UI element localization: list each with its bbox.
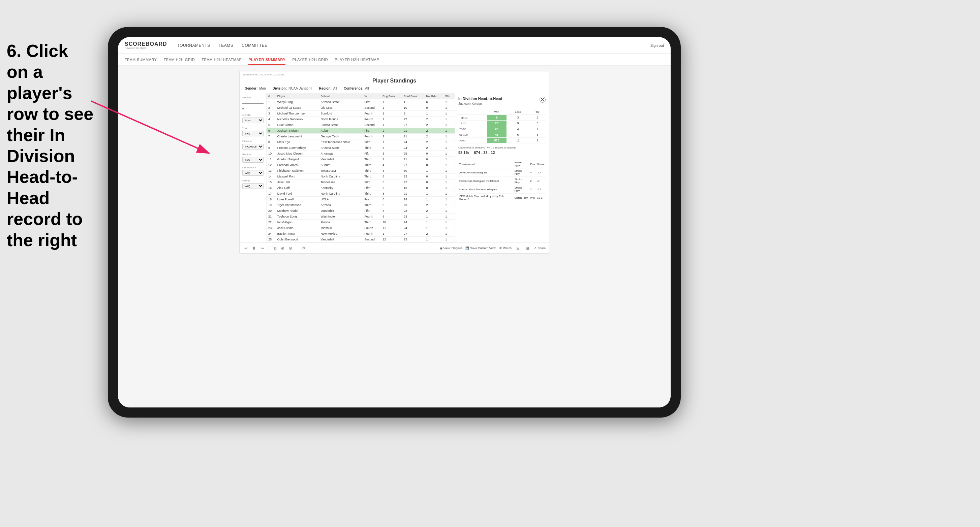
table-row[interactable]: 24 Bastien Amat New Mexico Fourth 1 27 2… [267,231,455,237]
nav-item-teams[interactable]: TEAMS [219,42,234,49]
conference-select[interactable]: (All) [242,170,264,176]
h2h-close-button[interactable]: ✕ [539,97,546,103]
gender-select[interactable]: Men [242,117,264,123]
paste-button[interactable]: ⊕ [280,245,286,251]
table-row[interactable]: 7 Christo Lamprecht Georgia Tech Fourth … [267,134,455,140]
table-row[interactable]: 13 Phichaksn Maichon Texas A&M Third 6 3… [267,168,455,174]
tab-player-h2h-heatmap[interactable]: PLAYER H2H HEATMAP [335,55,379,65]
h2h-table-row: 11-25 20 9 5 [458,121,546,126]
app-header: SCOREBOARD Powered by clippi TOURNAMENTS… [118,37,671,54]
h2h-pct: 98.1% [458,151,469,155]
share-button[interactable]: ↗ Share [534,246,546,250]
year-select[interactable]: (All) [242,131,264,137]
col-event-type: Event Type [513,160,529,168]
table-row[interactable]: 25 Cole Sherwood Vanderbilt Second 12 23… [267,237,455,243]
watch-icon: 👁 [499,246,502,250]
tournament-table: Tournament Event Type Pos Score Amer Ari… [458,160,546,202]
view-icon: ◉ [440,246,442,250]
table-row[interactable]: 21 Taehoon Song Washington Fourth 6 23 1… [267,214,455,219]
copy-button[interactable]: ⧉ [272,245,278,251]
update-time: Update time: 27/03/2024 16:56:26 [240,71,549,76]
save-icon: 💾 [465,246,469,250]
table-row[interactable]: 9 Preston Summerhays Arizona State Third… [267,145,455,151]
tab-team-h2h-grid[interactable]: TEAM H2H GRID [164,55,195,65]
table-row[interactable]: 18 Luke Powell UCLA First 8 24 1 1 [267,197,455,202]
format-button[interactable]: ⊘ [288,245,294,251]
tournament-row: Mirabel Maui Jim Intercollegiate Stroke … [458,185,546,194]
layout-icon-btn[interactable]: ⊞ [524,245,530,251]
table-row[interactable]: 1 Wenyi Ding Arizona State First 1 1 6 1 [267,99,455,105]
division-select[interactable]: NCAA Division I [242,144,264,149]
tab-team-h2h-heatmap[interactable]: TEAM H2H HEATMAP [202,55,242,65]
nav-item-committee[interactable]: COMMITTEE [242,42,267,49]
watch-button[interactable]: 👁 Watch [499,246,512,250]
filter-sidebar-division: Division NCAA Division I [242,140,264,149]
logo-title: SCOREBOARD [125,41,167,47]
sidebar-filters: No Rds. 6 Gender Me [240,93,267,243]
table-row[interactable]: 20 Matthew Riedel Vanderbilt Fifth 8 23 … [267,208,455,214]
col-conf-rank: Conf Rank [402,93,425,99]
player-select[interactable]: (All) [242,183,264,189]
filter-sidebar-region: Region N/A [242,153,264,163]
table-row[interactable]: 15 Jake Hall Tennessee Fifth 8 22 0 1 [267,179,455,185]
filter-sidebar-gender: Gender Men [242,113,264,123]
col-school: School [319,93,363,99]
sign-out-link[interactable]: Sign out [651,43,664,48]
table-row[interactable]: 12 Brendan Valles Auburn Third 4 27 0 1 [267,162,455,168]
h2h-table-row: Top 10 8 3 2 [458,115,546,121]
filter-conference: Conference: All [344,87,369,90]
table-row[interactable]: 11 Gordon Sargent Vanderbilt Third 4 21 … [267,157,455,162]
main-content: Update time: 27/03/2024 16:56:26 Player … [118,66,671,408]
nav-item-tournaments[interactable]: TOURNAMENTS [177,42,210,49]
toolbar-sep-1 [269,246,269,251]
view-original-button[interactable]: ◉ View: Original [440,246,462,250]
col-tournament: Tournament [458,160,513,168]
h2h-col-rank [458,110,487,115]
table-row[interactable]: 17 David Ford North Carolina Third 8 21 … [267,191,455,197]
pause-button[interactable]: ⏸ [251,245,258,251]
tournament-row: SEC Match Play hosted by Jerry Pate Roun… [458,194,546,202]
col-win: Win [444,93,455,99]
table-row[interactable]: 14 Maxwell Ford North Carolina Third 8 2… [267,174,455,179]
refresh-button[interactable]: ↻ [301,245,307,251]
player-standings-table: # Player School Yr Reg Rank Conf Rank No… [267,93,455,243]
h2h-title: In Division Head-to-Head [458,97,502,101]
col-num: # [267,93,276,99]
table-row[interactable]: 22 Ian Gilligan Florida Third 10 24 1 1 [267,219,455,225]
col-pos: Pos [529,160,536,168]
table-row[interactable]: 8 Mats Ege East Tennessee State Fifth 1 … [267,140,455,145]
h2h-col-loss: Loss [506,110,530,115]
table-row[interactable]: 16 Alex Goff Kentucky Fifth 8 19 0 1 [267,185,455,191]
standings-title: Player Standings [240,76,549,87]
table-row[interactable]: 5 Luke Claton Florida State Second 1 27 … [267,122,455,128]
table-area: No Rds. 6 Gender Me [240,93,549,243]
table-row[interactable]: 23 Jack Lundin Missouri Fourth 11 24 1 1 [267,225,455,231]
table-row[interactable]: 6 Jackson Koivun Auburn First 2 21 2 1 [267,128,455,134]
tablet-frame: SCOREBOARD Powered by clippi TOURNAMENTS… [108,27,681,417]
filter-division: Division: NCAA Division I [273,87,312,90]
scoreboard-logo: SCOREBOARD Powered by clippi [125,41,167,49]
tournament-row: Amer Ari Intercollegiate Stroke Play 4 -… [458,168,546,177]
nav-right: Sign out [651,43,664,48]
tab-player-h2h-grid[interactable]: PLAYER H2H GRID [292,55,328,65]
bottom-toolbar: ↩ ⏸ ↪ ⧉ ⊕ ⊘ ↻ ◉ View: Original [240,243,549,253]
filter-gender: Gender: Men [245,87,266,90]
table-row[interactable]: 2 Michael La Sasso Ole Miss Second 1 10 … [267,105,455,111]
share-icon: ↗ [534,246,536,250]
filter-icon-btn[interactable]: ⊟ [515,245,521,251]
main-nav: TOURNAMENTS TEAMS COMMITTEE [177,42,640,49]
undo-button[interactable]: ↩ [243,245,249,251]
col-score: Score [536,160,546,168]
table-row[interactable]: 4 Nicholas Gabrielick North Florida Four… [267,116,455,122]
tab-player-summary[interactable]: PLAYER SUMMARY [248,55,285,65]
col-no-rds: No. Rds. [425,93,444,99]
redo-button[interactable]: ↪ [259,245,265,251]
table-row[interactable]: 3 Michael Thorbjornsen Stanford Fourth 1… [267,111,455,116]
tab-team-summary[interactable]: TEAM SUMMARY [125,55,157,65]
save-custom-button[interactable]: 💾 Save Custom View [465,246,496,250]
table-row[interactable]: 19 Tiger Christensen Arizona Third 8 23 … [267,202,455,208]
region-select[interactable]: N/A [242,157,264,163]
logo-subtitle: Powered by clippi [125,47,167,49]
table-row[interactable]: 10 Jacob Mau Olesen Arkansas Fifth 3 25 … [267,151,455,157]
sub-nav: TEAM SUMMARY TEAM H2H GRID TEAM H2H HEAT… [118,54,671,66]
